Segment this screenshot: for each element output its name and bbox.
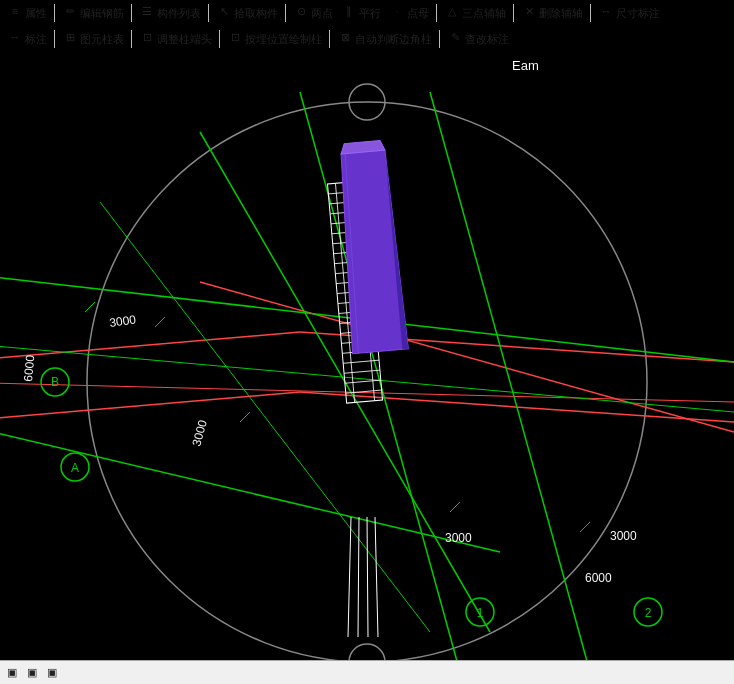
dim-note2-label: 标注 xyxy=(25,32,47,47)
sep6 xyxy=(513,4,514,22)
tb-property-btn[interactable]: ≡ 属性 xyxy=(4,4,50,22)
adjust-col-label: 调整柱端头 xyxy=(157,32,212,47)
edit-rebar-icon: ✏ xyxy=(62,5,78,21)
sep1 xyxy=(54,4,55,22)
sep8 xyxy=(54,30,55,48)
component-list-label: 构件列表 xyxy=(157,6,201,21)
svg-text:2: 2 xyxy=(645,606,652,620)
sep10 xyxy=(219,30,220,48)
sep9 xyxy=(131,30,132,48)
svg-text:3000: 3000 xyxy=(610,529,637,543)
svg-text:A: A xyxy=(71,461,79,475)
two-point-label: 两点 xyxy=(311,6,333,21)
three-point-icon: △ xyxy=(444,5,460,21)
toolbar-row-2: ↔ 标注 ⊞ 图元柱表 ⊡ 调整柱端头 ⊡ 按埋位置绘制柱 ⊠ 自动判断边角柱 … xyxy=(0,26,734,52)
tb-pos-draw-btn[interactable]: ⊡ 按埋位置绘制柱 xyxy=(224,30,325,48)
point-label: 点母 xyxy=(407,6,429,21)
adjust-col-icon: ⊡ xyxy=(139,31,155,47)
statusbar-btn-3[interactable]: ▣ xyxy=(44,665,60,680)
property-icon: ≡ xyxy=(7,5,23,21)
tb-dim-note2-btn[interactable]: ↔ 标注 xyxy=(4,30,50,48)
statusbar-btn-1[interactable]: ▣ xyxy=(4,665,20,680)
pos-draw-label: 按埋位置绘制柱 xyxy=(245,32,322,47)
pos-draw-icon: ⊡ xyxy=(227,31,243,47)
tb-component-list-btn[interactable]: ☰ 构件列表 xyxy=(136,4,204,22)
two-point-icon: ⊙ xyxy=(293,5,309,21)
dim-note-icon: ↔ xyxy=(598,5,614,21)
tb-point-btn[interactable]: · 点母 xyxy=(386,4,432,22)
parallel-icon: ∥ xyxy=(341,5,357,21)
svg-text:1: 1 xyxy=(477,606,484,620)
dim-note-label: 尺寸标注 xyxy=(616,6,660,21)
svg-text:6000: 6000 xyxy=(21,354,37,382)
edit-rebar-label: 编辑钢筋 xyxy=(80,6,124,21)
pick-label: 拾取构件 xyxy=(234,6,278,21)
tb-grid-table-btn[interactable]: ⊞ 图元柱表 xyxy=(59,30,127,48)
tb-modify-note-btn[interactable]: ✎ 查改标注 xyxy=(444,30,512,48)
toolbar-row-1: ≡ 属性 ✏ 编辑钢筋 ☰ 构件列表 ↖ 拾取构件 ⊙ 两点 ∥ 平行 · 点母… xyxy=(0,0,734,26)
status-bar: ▣ ▣ ▣ xyxy=(0,660,734,684)
tb-adjust-col-btn[interactable]: ⊡ 调整柱端头 xyxy=(136,30,215,48)
del-axis-icon: ✕ xyxy=(521,5,537,21)
svg-text:3000: 3000 xyxy=(445,531,472,545)
three-point-label: 三点辅轴 xyxy=(462,6,506,21)
pick-icon: ↖ xyxy=(216,5,232,21)
del-axis-label: 删除辅轴 xyxy=(539,6,583,21)
point-icon: · xyxy=(389,5,405,21)
tb-parallel-btn[interactable]: ∥ 平行 xyxy=(338,4,384,22)
dim-note2-icon: ↔ xyxy=(7,31,23,47)
parallel-label: 平行 xyxy=(359,6,381,21)
auto-judge-label: 自动判断边角柱 xyxy=(355,32,432,47)
main-canvas-svg: 3000 6000 3000 3000 3000 6000 B A 1 2 Ea… xyxy=(0,52,734,682)
sep12 xyxy=(439,30,440,48)
svg-text:B: B xyxy=(51,375,59,389)
grid-table-icon: ⊞ xyxy=(62,31,78,47)
modify-note-icon: ✎ xyxy=(447,31,463,47)
tb-dim-note-btn[interactable]: ↔ 尺寸标注 xyxy=(595,4,663,22)
sep4 xyxy=(285,4,286,22)
tb-three-point-btn[interactable]: △ 三点辅轴 xyxy=(441,4,509,22)
property-label: 属性 xyxy=(25,6,47,21)
sep5 xyxy=(436,4,437,22)
tb-auto-judge-btn[interactable]: ⊠ 自动判断边角柱 xyxy=(334,30,435,48)
canvas-area[interactable]: 3000 6000 3000 3000 3000 6000 B A 1 2 Ea… xyxy=(0,52,734,682)
component-list-icon: ☰ xyxy=(139,5,155,21)
statusbar-btn-2[interactable]: ▣ xyxy=(24,665,40,680)
sep3 xyxy=(208,4,209,22)
auto-judge-icon: ⊠ xyxy=(337,31,353,47)
svg-text:6000: 6000 xyxy=(585,571,612,585)
tb-two-point-btn[interactable]: ⊙ 两点 xyxy=(290,4,336,22)
sep2 xyxy=(131,4,132,22)
sep11 xyxy=(329,30,330,48)
modify-note-label: 查改标注 xyxy=(465,32,509,47)
sep7 xyxy=(590,4,591,22)
tb-pick-btn[interactable]: ↖ 拾取构件 xyxy=(213,4,281,22)
title-text: Eam xyxy=(512,58,539,73)
grid-table-label: 图元柱表 xyxy=(80,32,124,47)
tb-edit-rebar-btn[interactable]: ✏ 编辑钢筋 xyxy=(59,4,127,22)
tb-del-axis-btn[interactable]: ✕ 删除辅轴 xyxy=(518,4,586,22)
